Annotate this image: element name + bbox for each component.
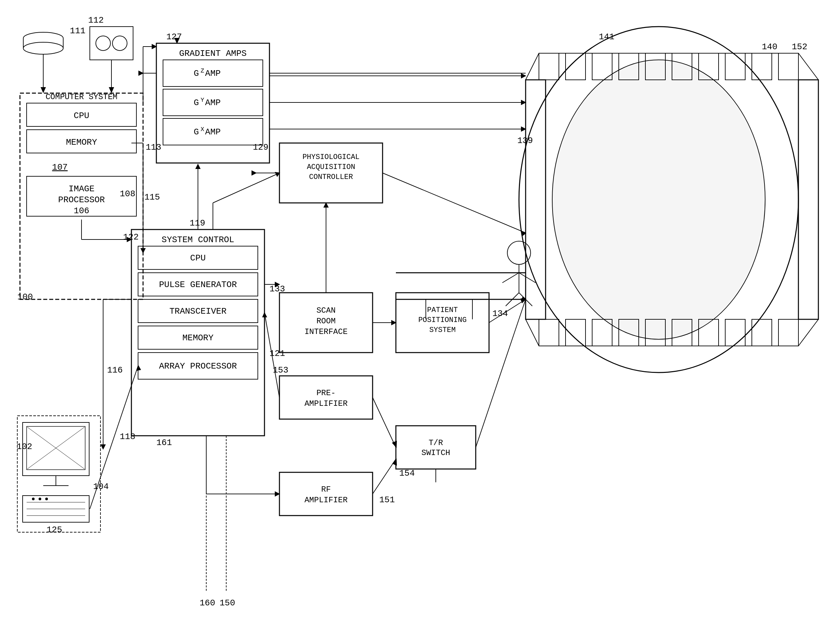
svg-rect-14 — [23, 38, 63, 48]
svg-text:PULSE GENERATOR: PULSE GENERATOR — [159, 280, 237, 290]
svg-text:113: 113 — [146, 142, 161, 152]
svg-text:GRADIENT AMPS: GRADIENT AMPS — [179, 49, 247, 59]
svg-text:INTERFACE: INTERFACE — [304, 327, 347, 336]
svg-text:107: 107 — [52, 162, 68, 172]
svg-text:151: 151 — [379, 495, 395, 505]
svg-text:CONTROLLER: CONTROLLER — [309, 173, 353, 181]
svg-text:TRANSCEIVER: TRANSCEIVER — [169, 306, 227, 316]
svg-text:108: 108 — [120, 189, 135, 199]
svg-text:102: 102 — [17, 442, 32, 452]
svg-text:SYSTEM: SYSTEM — [429, 326, 456, 334]
svg-text:140: 140 — [762, 42, 777, 52]
svg-text:MEMORY: MEMORY — [66, 137, 97, 147]
svg-text:154: 154 — [399, 468, 415, 478]
svg-text:AMPLIFIER: AMPLIFIER — [304, 399, 347, 408]
svg-text:PRE-: PRE- — [317, 389, 336, 397]
svg-text:PHYSIOLOGICAL: PHYSIOLOGICAL — [303, 153, 360, 161]
svg-text:ACQUISITION: ACQUISITION — [307, 163, 355, 171]
svg-text:Y: Y — [201, 97, 204, 103]
svg-text:161: 161 — [156, 438, 172, 448]
svg-text:119: 119 — [190, 218, 205, 228]
svg-text:152: 152 — [792, 42, 808, 52]
svg-text:G: G — [194, 98, 199, 108]
svg-text:SWITCH: SWITCH — [422, 448, 450, 457]
svg-text:IMAGE: IMAGE — [68, 184, 94, 194]
svg-text:112: 112 — [88, 15, 104, 25]
svg-point-38 — [39, 497, 41, 500]
svg-point-39 — [45, 497, 48, 500]
svg-text:AMP: AMP — [205, 127, 221, 137]
svg-text:SYSTEM CONTROL: SYSTEM CONTROL — [162, 235, 234, 245]
svg-point-37 — [32, 497, 35, 500]
svg-text:PROCESSOR: PROCESSOR — [58, 195, 105, 205]
diagram-container: CPU MEMORY 107 IMAGE PROCESSOR 106 COMPU… — [0, 0, 840, 624]
svg-text:160: 160 — [199, 598, 215, 608]
svg-text:104: 104 — [93, 482, 109, 492]
svg-text:T/R: T/R — [428, 439, 443, 447]
svg-text:RF: RF — [321, 485, 331, 494]
svg-text:150: 150 — [219, 598, 235, 608]
svg-text:X: X — [201, 126, 204, 133]
svg-text:127: 127 — [166, 32, 182, 42]
svg-text:G: G — [194, 68, 199, 79]
svg-text:CPU: CPU — [74, 111, 90, 121]
svg-text:ARRAY PROCESSOR: ARRAY PROCESSOR — [159, 361, 237, 371]
svg-text:111: 111 — [70, 26, 85, 36]
svg-text:106: 106 — [74, 206, 90, 216]
svg-text:125: 125 — [46, 525, 62, 535]
svg-text:COMPUTER SYSTEM: COMPUTER SYSTEM — [46, 93, 117, 102]
svg-text:115: 115 — [144, 192, 160, 202]
svg-text:139: 139 — [517, 136, 533, 146]
svg-text:100: 100 — [17, 292, 33, 302]
svg-text:MEMORY: MEMORY — [182, 333, 213, 343]
svg-text:AMPLIFIER: AMPLIFIER — [304, 496, 347, 505]
svg-point-107 — [552, 60, 765, 339]
svg-text:134: 134 — [493, 309, 508, 319]
svg-text:SCAN: SCAN — [317, 306, 336, 315]
svg-text:G: G — [194, 127, 199, 137]
svg-text:AMP: AMP — [205, 98, 221, 108]
svg-text:Z: Z — [201, 68, 204, 74]
svg-text:122: 122 — [123, 232, 139, 242]
svg-text:CPU: CPU — [190, 253, 206, 263]
svg-text:AMP: AMP — [205, 68, 221, 79]
svg-text:ROOM: ROOM — [317, 317, 336, 326]
svg-text:141: 141 — [599, 32, 615, 42]
svg-text:116: 116 — [107, 365, 123, 375]
svg-text:129: 129 — [253, 142, 269, 152]
svg-text:118: 118 — [120, 432, 135, 442]
svg-text:PATIENT: PATIENT — [427, 306, 458, 314]
